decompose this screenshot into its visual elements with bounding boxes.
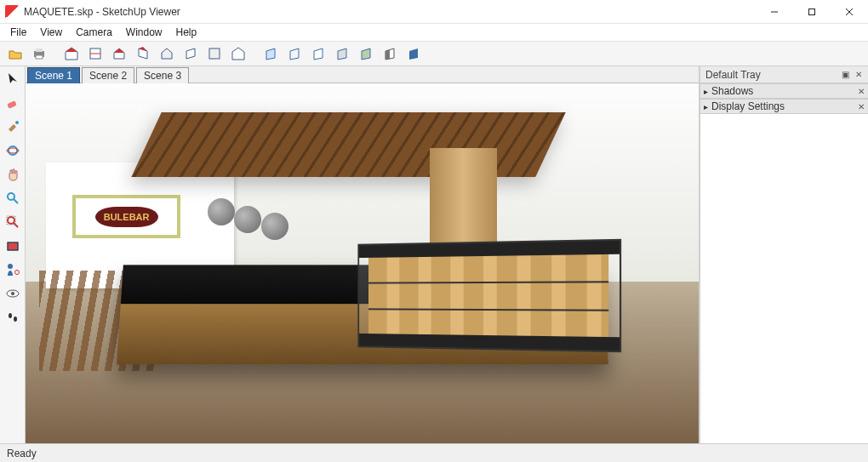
- tray-section-label: Display Settings: [711, 100, 785, 112]
- style-wire-icon: [287, 46, 302, 61]
- scene-tabs: Scene 1 Scene 2 Scene 3: [26, 66, 699, 83]
- tray-empty-area: [700, 114, 868, 443]
- svg-marker-23: [362, 48, 370, 60]
- eye-icon: [5, 286, 20, 301]
- zoom-extents-icon: [5, 214, 20, 230]
- style-xray-icon: [263, 46, 278, 61]
- zoom-extents-tool[interactable]: [3, 213, 22, 231]
- section-tool[interactable]: [3, 237, 22, 255]
- main-toolbar: [0, 41, 868, 66]
- close-button[interactable]: [831, 0, 868, 24]
- menu-window[interactable]: Window: [119, 25, 169, 40]
- view-iso2-button[interactable]: [228, 43, 248, 64]
- svg-rect-27: [7, 100, 17, 109]
- position-camera-tool[interactable]: [3, 260, 22, 279]
- scene-pendant-lamp: [261, 213, 288, 240]
- house-right-icon: [135, 46, 151, 61]
- scene-tab-2[interactable]: Scene 2: [82, 67, 134, 83]
- style-shaded-tex-icon: [358, 46, 374, 61]
- menu-camera[interactable]: Camera: [69, 25, 119, 40]
- app-icon: [5, 5, 19, 19]
- menu-file[interactable]: File: [3, 25, 33, 40]
- svg-point-33: [8, 217, 14, 224]
- walk-tool[interactable]: [3, 308, 22, 327]
- position-camera-icon: [5, 262, 20, 277]
- tray-pin-icon[interactable]: ▣: [839, 68, 851, 80]
- eraser-tool[interactable]: [3, 94, 22, 112]
- style-color-button[interactable]: [403, 43, 424, 64]
- svg-marker-19: [266, 48, 275, 60]
- style-hidden-button[interactable]: [308, 43, 328, 64]
- view-top-button[interactable]: [85, 43, 106, 64]
- chevron-right-icon: ▸: [704, 102, 708, 111]
- svg-point-39: [14, 271, 19, 275]
- view-back-button[interactable]: [157, 43, 177, 64]
- select-tool[interactable]: [3, 70, 22, 88]
- view-left-button[interactable]: [180, 43, 201, 64]
- scene-tab-3[interactable]: Scene 3: [136, 67, 189, 83]
- svg-marker-26: [409, 48, 418, 60]
- section-close-icon[interactable]: ✕: [858, 102, 865, 111]
- house-top-icon: [88, 46, 103, 61]
- paint-tool[interactable]: [3, 117, 22, 136]
- house-iso2-icon: [231, 46, 246, 61]
- svg-marker-20: [290, 48, 299, 60]
- scene-tab-1[interactable]: Scene 1: [27, 67, 80, 83]
- svg-marker-18: [232, 48, 244, 60]
- svg-point-31: [8, 193, 14, 200]
- zoom-tool[interactable]: [3, 189, 22, 208]
- svg-point-43: [14, 317, 17, 322]
- svg-rect-17: [209, 48, 220, 59]
- style-shaded-button[interactable]: [332, 43, 352, 64]
- style-shaded-tex-button[interactable]: [356, 43, 376, 64]
- scene-ceiling-beams: [132, 112, 566, 177]
- svg-point-41: [11, 292, 14, 295]
- open-file-button[interactable]: [5, 43, 26, 64]
- style-wire-button[interactable]: [284, 43, 305, 64]
- view-right-button[interactable]: [133, 43, 153, 64]
- tray-header[interactable]: Default Tray ▣ ✕: [700, 66, 868, 83]
- svg-marker-25: [385, 49, 390, 60]
- scene-display-case: [357, 239, 621, 352]
- tray-section-display-settings[interactable]: ▸ Display Settings ✕: [700, 99, 868, 114]
- print-button[interactable]: [29, 43, 49, 64]
- section-icon: [5, 238, 20, 254]
- svg-point-38: [8, 264, 13, 269]
- window-title: MAQUETE.skp - SketchUp Viewer: [24, 6, 180, 18]
- look-around-tool[interactable]: [3, 284, 22, 303]
- style-xray-button[interactable]: [260, 43, 281, 64]
- viewport-3d[interactable]: BULEBAR: [26, 83, 699, 443]
- scene-pendant-lamp: [234, 206, 261, 233]
- svg-marker-8: [66, 48, 77, 52]
- house-bottom-icon: [207, 46, 222, 61]
- minimize-button[interactable]: [756, 0, 793, 24]
- menu-bar: File View Camera Window Help: [0, 24, 868, 41]
- orbit-tool[interactable]: [3, 141, 22, 160]
- tray-section-shadows[interactable]: ▸ Shadows ✕: [700, 83, 868, 99]
- tray-close-icon[interactable]: ✕: [853, 68, 865, 80]
- view-front-button[interactable]: [109, 43, 129, 64]
- zoom-icon: [5, 191, 20, 206]
- pan-tool[interactable]: [3, 165, 22, 184]
- default-tray-panel: Default Tray ▣ ✕ ▸ Shadows ✕ ▸ Display S…: [700, 66, 868, 443]
- footprints-icon: [5, 310, 20, 325]
- house-front-icon: [111, 46, 127, 61]
- menu-help[interactable]: Help: [169, 25, 204, 40]
- orbit-icon: [5, 143, 20, 158]
- svg-marker-15: [162, 48, 172, 59]
- section-close-icon[interactable]: ✕: [858, 87, 865, 96]
- chevron-right-icon: ▸: [704, 87, 708, 96]
- style-color-icon: [406, 46, 421, 61]
- menu-view[interactable]: View: [33, 25, 69, 40]
- pan-icon: [5, 167, 20, 182]
- open-folder-icon: [8, 46, 23, 61]
- style-mono-button[interactable]: [380, 43, 400, 64]
- view-iso-button[interactable]: [61, 43, 82, 64]
- maximize-button[interactable]: [793, 0, 831, 24]
- svg-point-42: [9, 313, 12, 318]
- house-iso-icon: [64, 46, 79, 61]
- view-bottom-button[interactable]: [204, 43, 225, 64]
- style-shaded-icon: [334, 46, 350, 61]
- tray-title: Default Tray: [705, 69, 761, 81]
- svg-marker-21: [314, 48, 323, 60]
